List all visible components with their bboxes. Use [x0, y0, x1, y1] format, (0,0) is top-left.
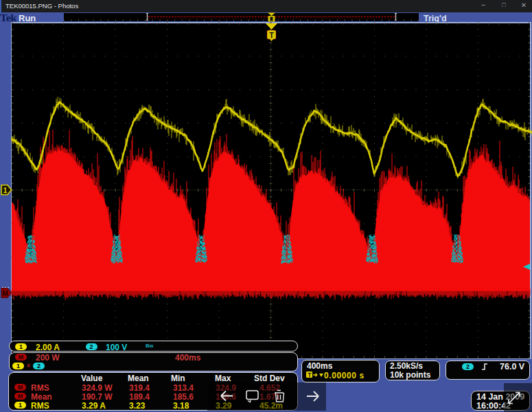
svg-text:T: T — [269, 31, 274, 39]
svg-text:1: 1 — [3, 187, 8, 194]
svg-text:M: M — [2, 290, 8, 297]
